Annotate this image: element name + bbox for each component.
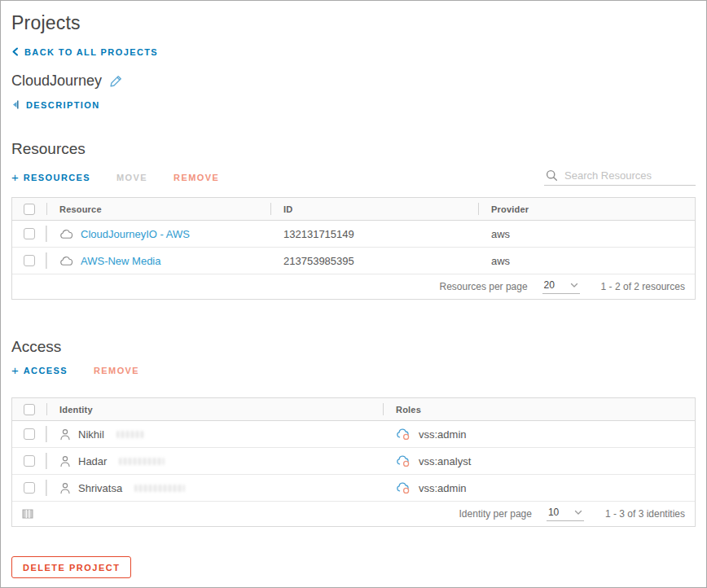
redacted-text (134, 485, 185, 492)
edit-pencil-icon[interactable] (109, 74, 123, 88)
access-table-footer: Identity per page 10 1 - 3 of 3 identiti… (12, 502, 695, 526)
per-page-value: 20 (544, 279, 555, 291)
column-picker-icon[interactable] (22, 509, 33, 519)
description-label: DESCRIPTION (26, 100, 100, 110)
search-icon (546, 169, 558, 182)
collapse-caret-icon (11, 99, 20, 110)
role-cloud-icon (396, 455, 411, 467)
per-page-value: 10 (548, 507, 559, 518)
description-toggle[interactable]: DESCRIPTION (11, 99, 100, 110)
add-access-button[interactable]: + ACCESS (11, 366, 68, 375)
access-table: Identity Roles Nikhil vss:admin (11, 397, 696, 527)
redacted-text (116, 431, 144, 438)
per-page-label: Identity per page (459, 508, 532, 520)
identity-name: Nikhil (78, 428, 104, 441)
resources-table: Resource ID Provider CloudJourneyIO - AW… (11, 197, 696, 300)
resource-id: 213753985395 (270, 248, 478, 274)
role-cloud-icon (396, 428, 411, 441)
column-header-resource: Resource (46, 198, 270, 220)
identity-name: Hadar (78, 455, 107, 467)
redacted-text (119, 458, 165, 465)
chevron-down-icon (570, 283, 578, 288)
resource-row: AWS-New Media 213753985395 aws (12, 248, 695, 274)
remove-resources-label: REMOVE (173, 173, 219, 182)
resource-id: 132131715149 (270, 221, 478, 247)
plus-icon: + (11, 173, 19, 182)
select-all-access-checkbox[interactable] (24, 404, 35, 415)
user-icon (59, 428, 71, 441)
search-resources-input[interactable] (564, 169, 694, 182)
access-heading: Access (11, 338, 696, 356)
back-link-label: BACK TO ALL PROJECTS (24, 47, 158, 57)
move-resources-button[interactable]: MOVE (116, 173, 147, 182)
role-name: vss:admin (419, 428, 467, 441)
role-name: vss:admin (419, 482, 467, 494)
cloud-icon (59, 256, 73, 266)
identity-name: Shrivatsa (78, 482, 122, 494)
access-range-text: 1 - 3 of 3 identities (605, 508, 685, 520)
add-resources-button[interactable]: + RESOURCES (11, 173, 90, 182)
row-checkbox[interactable] (24, 255, 35, 266)
resource-link[interactable]: CloudJourneyIO - AWS (81, 228, 190, 240)
page-title: Projects (11, 12, 696, 34)
user-icon (59, 455, 71, 467)
resources-per-page-select[interactable]: 20 (542, 279, 580, 294)
row-checkbox[interactable] (24, 455, 35, 467)
resources-table-header: Resource ID Provider (12, 198, 695, 221)
role-name: vss:analyst (419, 455, 471, 467)
resource-link[interactable]: AWS-New Media (81, 255, 160, 267)
row-checkbox[interactable] (24, 428, 35, 440)
access-row: Hadar vss:analyst (12, 448, 695, 475)
resource-row: CloudJourneyIO - AWS 132131715149 aws (12, 221, 695, 248)
resources-table-footer: Resources per page 20 1 - 2 of 2 resourc… (12, 274, 695, 299)
access-table-header: Identity Roles (12, 398, 695, 421)
row-checkbox[interactable] (24, 228, 35, 239)
remove-access-label: REMOVE (94, 366, 139, 375)
add-access-label: ACCESS (24, 366, 68, 375)
project-name: CloudJourney (11, 72, 102, 90)
add-resources-label: RESOURCES (24, 173, 90, 182)
access-row: Nikhil vss:admin (12, 421, 695, 448)
chevron-down-icon (574, 510, 582, 516)
resources-heading: Resources (11, 140, 696, 158)
delete-project-button[interactable]: DELETE PROJECT (11, 556, 131, 578)
resource-provider: aws (478, 248, 695, 274)
search-resources-box (544, 168, 696, 186)
remove-resources-button[interactable]: REMOVE (173, 173, 219, 182)
column-header-identity: Identity (46, 398, 383, 420)
row-checkbox[interactable] (24, 482, 35, 494)
select-all-resources-checkbox[interactable] (24, 204, 35, 215)
chevron-left-icon (11, 47, 20, 56)
user-icon (59, 482, 71, 494)
back-to-all-projects-link[interactable]: BACK TO ALL PROJECTS (11, 47, 158, 57)
access-row: Shrivatsa vss:admin (12, 475, 695, 502)
plus-icon: + (11, 366, 19, 375)
column-header-id: ID (270, 198, 478, 220)
column-header-provider: Provider (478, 198, 695, 220)
cloud-icon (59, 229, 73, 239)
access-per-page-select[interactable]: 10 (547, 507, 584, 521)
role-cloud-icon (396, 482, 411, 494)
resources-range-text: 1 - 2 of 2 resources (601, 281, 685, 292)
remove-access-button[interactable]: REMOVE (94, 366, 139, 375)
resource-provider: aws (478, 221, 695, 247)
per-page-label: Resources per page (440, 281, 528, 292)
projects-page: Projects BACK TO ALL PROJECTS CloudJourn… (0, 0, 707, 588)
move-label: MOVE (116, 173, 147, 182)
column-header-roles: Roles (383, 398, 695, 420)
